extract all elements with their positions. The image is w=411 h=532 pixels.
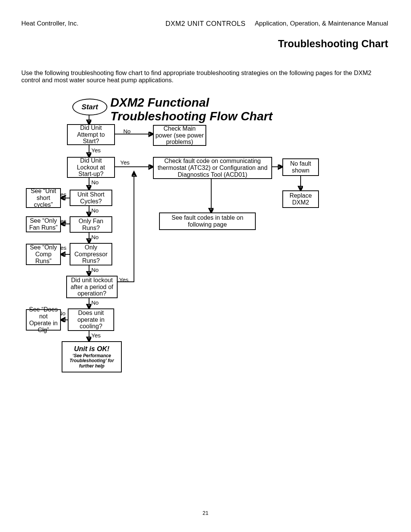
q-only-fan: Only Fan Runs? xyxy=(70,216,112,233)
no-fault-shown: No fault shown xyxy=(282,158,319,176)
label-yes-2: Yes xyxy=(120,159,129,166)
check-main-power: Check Main power (see power problems) xyxy=(153,125,206,146)
label-yes-7: Yes xyxy=(91,332,100,339)
flowchart-connectors xyxy=(0,0,411,532)
check-fault-code: Check fault code on communicating thermo… xyxy=(153,157,272,179)
see-short-cycles: See “Unit short cycles” xyxy=(26,188,61,208)
q-only-comp: Only Compressor Runs? xyxy=(70,243,112,265)
see-fault-codes: See fault codes in table on following pa… xyxy=(159,212,256,230)
label-no-1: No xyxy=(123,128,131,134)
unit-ok-title: Unit is OK! xyxy=(74,345,110,353)
label-no-6: No xyxy=(91,299,99,306)
label-no-3: No xyxy=(91,207,99,214)
q-lockout-startup: Did Unit Lockout at Start-up? xyxy=(67,157,115,178)
q-operate-cooling: Does unit operate in cooling? xyxy=(68,308,114,331)
q-short-cycles: Unit Short Cycles? xyxy=(70,190,112,206)
page-number: 21 xyxy=(0,510,411,516)
q-lockout-operation: Did unit lockout after a period of opera… xyxy=(66,276,118,298)
label-yes-6: Yes xyxy=(119,276,128,283)
see-only-comp: See “Only Comp Runs” xyxy=(26,244,61,265)
unit-ok: Unit is OK! ‘See Performance Troubleshoo… xyxy=(62,341,122,372)
label-no-4: No xyxy=(91,234,99,240)
label-no-5: No xyxy=(91,267,99,273)
see-not-operate-clg: See “Does not Operate in Clg” xyxy=(26,309,61,331)
label-yes-1: Yes xyxy=(91,147,100,153)
unit-ok-sub: ‘See Performance Troubleshooting’ for fu… xyxy=(64,353,119,369)
q-attempt-start: Did Unit Attempt to Start? xyxy=(67,124,115,145)
label-no-2: No xyxy=(91,179,99,185)
see-only-fan: See “Only Fan Runs” xyxy=(26,216,61,232)
replace-dxm2: Replace DXM2 xyxy=(282,190,319,208)
